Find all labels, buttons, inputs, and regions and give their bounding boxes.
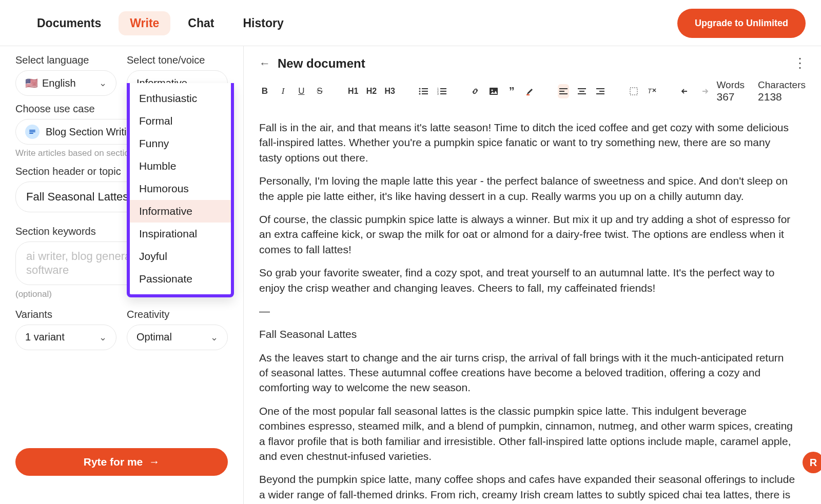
align-center-button[interactable] <box>576 84 588 98</box>
tone-option[interactable]: Formal <box>130 110 231 132</box>
paragraph: Of course, the classic pumpkin spice lat… <box>259 212 795 257</box>
brand-fab-icon[interactable]: R <box>803 452 821 473</box>
quote-button[interactable]: ” <box>506 84 517 98</box>
tab-documents[interactable]: Documents <box>26 11 112 35</box>
svg-rect-17 <box>559 93 568 94</box>
chevron-down-icon: ⌄ <box>99 332 107 343</box>
svg-rect-16 <box>559 91 564 92</box>
svg-point-4 <box>419 93 420 94</box>
redo-button[interactable] <box>698 84 710 98</box>
variants-value: 1 variant <box>25 331 65 343</box>
top-nav: Documents Write Chat History Upgrade to … <box>0 0 821 46</box>
svg-text:T: T <box>648 87 652 95</box>
tone-label: Select tone/voice <box>127 54 228 66</box>
tab-history[interactable]: History <box>231 11 295 35</box>
variants-select[interactable]: 1 variant ⌄ <box>15 325 116 350</box>
svg-rect-11 <box>440 93 446 94</box>
svg-rect-22 <box>599 91 604 92</box>
chevron-down-icon: ⌄ <box>210 332 218 343</box>
svg-rect-14 <box>526 94 530 95</box>
creativity-label: Creativity <box>127 309 228 320</box>
paragraph: So grab your favorite sweater, find a co… <box>259 265 795 295</box>
underline-button[interactable]: U <box>296 84 307 98</box>
character-count: Characters 2138 <box>758 79 806 103</box>
svg-point-2 <box>419 90 420 92</box>
clear-formatting-button[interactable]: T <box>647 84 658 98</box>
document-title: New document <box>278 56 365 71</box>
tone-option[interactable]: Inspirational <box>130 223 231 245</box>
language-value: English <box>42 77 76 89</box>
variants-label: Variants <box>15 309 116 320</box>
optional-text: (optional) <box>15 289 52 299</box>
language-select[interactable]: 🇺🇸 English ⌄ <box>15 70 116 96</box>
svg-rect-21 <box>596 88 604 89</box>
svg-rect-3 <box>422 91 428 92</box>
upgrade-button[interactable]: Upgrade to Unlimited <box>677 9 806 38</box>
paragraph: Fall is in the air, and that means it's … <box>259 120 795 165</box>
bold-button[interactable]: B <box>259 84 270 98</box>
bullet-list-button[interactable] <box>418 84 429 98</box>
tone-option[interactable]: Passionate <box>130 268 231 290</box>
highlight-button[interactable] <box>524 84 536 98</box>
word-count: Words 367 <box>717 79 745 103</box>
usecase-value: Blog Section Writing <box>46 126 138 138</box>
svg-rect-19 <box>579 91 584 92</box>
svg-rect-7 <box>440 88 446 89</box>
tone-option[interactable]: Funny <box>130 132 231 155</box>
select-all-button[interactable] <box>628 84 639 98</box>
writing-icon <box>25 125 40 139</box>
align-right-button[interactable] <box>595 84 606 98</box>
svg-rect-24 <box>630 88 637 95</box>
creativity-value: Optimal <box>136 331 172 343</box>
creativity-select[interactable]: Optimal ⌄ <box>127 325 228 350</box>
tone-option[interactable]: Humble <box>130 155 231 177</box>
undo-button[interactable] <box>680 84 691 98</box>
h3-button[interactable]: H3 <box>384 84 396 98</box>
editor-toolbar: B I U S H1 H2 H3 123 ” T <box>259 77 806 111</box>
svg-rect-15 <box>559 88 568 89</box>
strikethrough-button[interactable]: S <box>314 84 325 98</box>
paragraph: One of the most popular fall seasonal la… <box>259 404 795 464</box>
align-left-button[interactable] <box>558 84 569 98</box>
paragraph: — <box>259 304 795 318</box>
tab-chat[interactable]: Chat <box>177 11 225 35</box>
svg-rect-1 <box>422 88 428 89</box>
document-body[interactable]: Fall is in the air, and that means it's … <box>259 111 806 503</box>
chevron-down-icon: ⌄ <box>99 77 107 89</box>
svg-point-0 <box>419 88 420 89</box>
h2-button[interactable]: H2 <box>366 84 377 98</box>
svg-rect-23 <box>596 93 604 94</box>
paragraph: Beyond the pumpkin spice latte, many cof… <box>259 472 795 503</box>
paragraph: Fall Seasonal Lattes <box>259 327 795 341</box>
tone-option[interactable]: Informative <box>130 200 231 223</box>
link-button[interactable] <box>470 84 481 98</box>
svg-rect-5 <box>422 93 428 94</box>
h1-button[interactable]: H1 <box>347 84 359 98</box>
ryte-for-me-label: Ryte for me <box>84 456 143 468</box>
tone-option[interactable]: Enthusiastic <box>130 87 231 110</box>
language-label: Select language <box>15 54 116 66</box>
arrow-right-icon: → <box>149 456 160 468</box>
svg-point-13 <box>491 89 493 91</box>
numbered-list-button[interactable]: 123 <box>436 84 447 98</box>
tone-option[interactable]: Joyful <box>130 245 231 268</box>
svg-rect-20 <box>578 93 586 94</box>
image-button[interactable] <box>488 84 499 98</box>
editor-pane: ← New document ⋮ B I U S H1 H2 H3 123 ” <box>244 46 821 504</box>
tab-write[interactable]: Write <box>119 11 170 35</box>
paragraph: Personally, I'm loving the maple latte t… <box>259 173 795 204</box>
svg-rect-18 <box>578 88 586 89</box>
italic-button[interactable]: I <box>278 84 289 98</box>
tone-dropdown-menu: EnthusiasticFormalFunnyHumbleHumorousInf… <box>127 83 234 297</box>
svg-text:3: 3 <box>437 92 439 95</box>
sidebar: Select language 🇺🇸 English ⌄ Select tone… <box>0 46 244 504</box>
more-menu-icon[interactable]: ⋮ <box>793 55 806 71</box>
back-arrow-icon[interactable]: ← <box>259 57 270 70</box>
tone-option[interactable]: Humorous <box>130 177 231 200</box>
flag-icon: 🇺🇸 <box>25 77 38 89</box>
ryte-for-me-button[interactable]: Ryte for me → <box>15 448 228 476</box>
paragraph: As the leaves start to change and the ai… <box>259 350 795 395</box>
svg-rect-9 <box>440 91 446 92</box>
